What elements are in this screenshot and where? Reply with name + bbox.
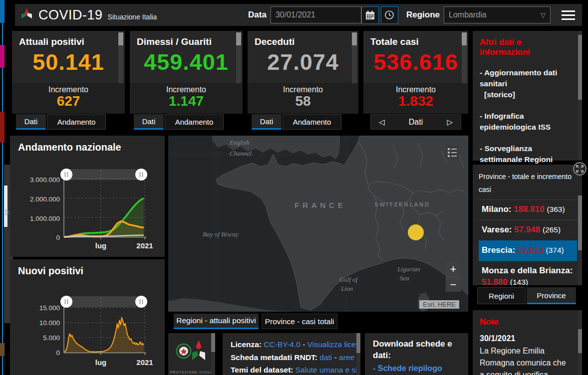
- province-row-monza-e-della-brianza-[interactable]: Monza e della Brianza: 51.880 (143): [479, 261, 577, 286]
- province-row-milano-[interactable]: Milano: 188.810 (363): [479, 199, 577, 220]
- covid-dashboard: ▷ COVID-19 Situazione Italia Data 30/01/…: [0, 0, 588, 375]
- time-button[interactable]: [381, 6, 398, 24]
- download-title: Download schede e dati:: [373, 339, 461, 362]
- slider-handle-left[interactable]: [60, 169, 72, 181]
- region-data-marker[interactable]: [408, 224, 424, 240]
- stat-card-increment: Incremento1.147: [130, 83, 243, 114]
- province-increment: (374): [546, 246, 564, 254]
- province-total: 188.810: [514, 204, 544, 214]
- license-text: -: [300, 340, 307, 349]
- stat-card-title: Totale casi: [363, 31, 468, 47]
- license-link[interactable]: CC-BY-4.0: [264, 340, 300, 349]
- tab-province[interactable]: Province: [527, 287, 576, 304]
- europe-map[interactable]: English Channel FRANCE SWITZERLAND Bay o…: [168, 136, 468, 312]
- province-panel-title: casi: [479, 184, 577, 196]
- nuovi-positivi-chart[interactable]: 15.000 10.000 5.000 0 lug 2021: [10, 259, 165, 375]
- increment-value: 1.147: [130, 94, 243, 108]
- zoom-out-button[interactable]: −: [446, 277, 461, 292]
- footer-logo-panel: PROTEZIONE CIVILE: [168, 333, 215, 375]
- slider-handle-left[interactable]: [60, 296, 72, 308]
- tab-regioni[interactable]: Regioni: [477, 287, 526, 304]
- tab-andamento[interactable]: Andamento: [165, 114, 224, 130]
- y-tick: 3.000.000: [30, 176, 60, 184]
- altri-scrollbar[interactable]: [578, 31, 582, 161]
- increment-value: 627: [12, 94, 125, 108]
- license-link[interactable]: Visualizza licenza: [307, 340, 360, 349]
- slider-handle-right[interactable]: [135, 296, 147, 308]
- map-attribution: Esri, HERE: [419, 300, 459, 309]
- y-tick: 15.000: [39, 304, 60, 312]
- tab-dati[interactable]: Dati: [16, 114, 46, 130]
- license-link[interactable]: aree: [339, 353, 354, 362]
- y-tick: 5.000: [43, 334, 60, 342]
- date-label: Data: [248, 10, 267, 20]
- stat-card-deceduti: Deceduti27.074Incremento58: [248, 31, 358, 114]
- chevron-down-icon: ▽: [541, 11, 546, 19]
- tab-dati[interactable]: Dati: [134, 114, 164, 130]
- slider-handle-right[interactable]: [135, 169, 147, 181]
- card-scrollbar[interactable]: [236, 32, 241, 83]
- calendar-button[interactable]: [361, 6, 379, 24]
- zoom-in-button[interactable]: +: [446, 262, 461, 277]
- regione-dropdown[interactable]: Lombardia ▽: [444, 6, 551, 23]
- stat-card-title: Dimessi / Guariti: [130, 31, 243, 47]
- province-row-varese-[interactable]: Varese: 57.948 (265): [479, 220, 577, 240]
- map-label-ligurian-sea: Ligurian: [397, 265, 420, 273]
- x-tick-lug: lug: [95, 358, 107, 367]
- note-scrollbar[interactable]: [578, 310, 582, 375]
- map-legend-button[interactable]: [445, 146, 459, 160]
- map-label-france: FRANCE: [294, 201, 346, 209]
- license-line: Scheda metadati RNDT: dati - aree: [231, 351, 351, 364]
- tab-andamento[interactable]: Andamento: [47, 114, 106, 130]
- note-panel: Note 30/1/2021 La Regione Emilia Romagna…: [473, 310, 582, 375]
- menu-icon[interactable]: [562, 8, 575, 22]
- tab-dati[interactable]: Dati: [252, 114, 282, 130]
- altri-dati-link[interactable]: - Sorveglianza settimanale Regioni: [480, 143, 571, 165]
- flyout-thumb: [4, 186, 7, 227]
- license-link[interactable]: dati: [319, 353, 332, 362]
- chart-card-andamento-nazionale: Andamento nazionale 3.000.000: [10, 136, 165, 257]
- background-page-fragment: [0, 45, 4, 68]
- map-label-gulf-of-lion: Gulf of: [339, 276, 359, 283]
- background-page-fragment: [0, 0, 4, 23]
- map-label-gulf-of-lion: Lion: [340, 285, 353, 292]
- increment-value: 1.832: [363, 94, 468, 108]
- footer-logo-scrollbar[interactable]: [211, 333, 215, 375]
- expand-panel-button[interactable]: [573, 162, 587, 176]
- date-input[interactable]: 30/01/2021: [271, 6, 361, 23]
- y-tick: 0: [56, 349, 60, 357]
- increment-value: 58: [248, 94, 358, 108]
- province-increment: (143): [510, 278, 528, 286]
- province-name: Monza e della Brianza:: [482, 266, 573, 275]
- prev-arrow-icon[interactable]: ◁: [371, 118, 393, 127]
- card-scrollbar[interactable]: [118, 32, 123, 83]
- altri-dati-link[interactable]: - Aggiornamento dati sanitari[storico]: [480, 67, 571, 100]
- license-text: Licenza:: [231, 340, 264, 349]
- map-canvas[interactable]: English Channel FRANCE SWITZERLAND Bay o…: [168, 136, 468, 312]
- download-schede-riepilogo-link[interactable]: - Schede riepilogo: [373, 364, 461, 373]
- time-range-slider[interactable]: [64, 296, 144, 307]
- province-row-brescia-[interactable]: Brescia: 52.013 (374): [479, 240, 577, 261]
- map-label-english-channel: Channel: [230, 150, 252, 157]
- footer-license-scrollbar[interactable]: [356, 333, 360, 375]
- card-tabbar: DatiAndamento: [134, 114, 224, 130]
- andamento-nazionale-chart[interactable]: 3.000.000 2.000.000 1.000.000 0 lug 2021: [10, 136, 165, 257]
- province-total: 57.948: [514, 225, 540, 234]
- time-range-slider[interactable]: [64, 169, 144, 180]
- altri-dati-link[interactable]: - Infografica epidemiologica ISS: [480, 111, 571, 133]
- province-scrollbar[interactable]: [578, 195, 582, 286]
- license-link[interactable]: Salute umana e sicurezza: [295, 366, 360, 374]
- next-arrow-icon[interactable]: ▷: [439, 118, 461, 127]
- protezione-civile-logo-icon: [20, 7, 33, 22]
- card-scrollbar[interactable]: [352, 32, 357, 83]
- map-tab-regioni-attuali-positivi[interactable]: Regioni - attuali positivi: [174, 314, 259, 329]
- province-name: Milano:: [482, 204, 512, 214]
- card-scrollbar[interactable]: [462, 32, 467, 83]
- stat-card-value: 50.141: [12, 49, 125, 75]
- map-tab-province-casi-totali[interactable]: Province - casi totali: [262, 314, 337, 329]
- tab-andamento[interactable]: Andamento: [283, 114, 341, 130]
- province-panel: Province - totale e incremento casi Mila…: [473, 165, 582, 286]
- chart-card-nuovi-positivi: Nuovi positivi 15.000 10: [10, 259, 165, 375]
- license-text: -: [332, 353, 339, 362]
- stat-card-dimessi-guariti: Dimessi / Guariti459.401Incremento1.147: [130, 31, 243, 114]
